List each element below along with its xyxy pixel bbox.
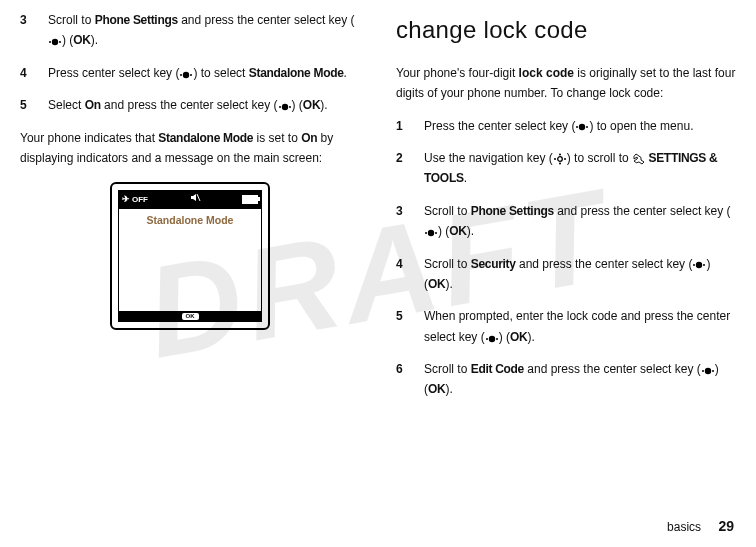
svg-point-20 [425,232,427,234]
center-select-key-icon [179,68,193,80]
phone-screen: ✈ OFF Standalone Mode OK [118,190,262,322]
svg-point-6 [281,104,287,110]
svg-point-18 [559,162,561,164]
center-select-key-icon [424,226,438,238]
svg-point-21 [435,232,437,234]
airplane-icon: ✈ [122,192,130,207]
step-text: Scroll to Phone Settings and press the c… [424,201,736,242]
security-label: Security [471,257,516,271]
svg-line-9 [197,194,200,201]
step-5-left: 5 Select On and press the center select … [20,95,360,115]
ok-label: OK [73,33,90,47]
right-column: change lock code Your phone's four-digit… [396,10,736,412]
edit-code-label: Edit Code [471,362,524,376]
center-select-key-icon [278,100,292,112]
step-text: Use the navigation key () to scroll to S… [424,148,736,189]
section-heading: change lock code [396,10,736,51]
lock-code-term: lock code [519,66,574,80]
step-text: Scroll to Phone Settings and press the c… [48,10,360,51]
step-5-right: 5 When prompted, enter the lock code and… [396,306,736,347]
center-select-key-icon [485,332,499,344]
settings-tools-icon [632,153,645,165]
step-6-right: 6 Scroll to Edit Code and press the cent… [396,359,736,400]
svg-point-11 [579,124,585,130]
svg-point-29 [702,370,704,372]
confirmation-paragraph: Your phone indicates that Standalone Mod… [20,128,360,169]
step-text: Scroll to Edit Code and press the center… [424,359,736,400]
standalone-mode-text: Standalone Mode [119,209,261,230]
step-text: Press center select key () to select Sta… [48,63,360,83]
ok-label: OK [303,98,320,112]
no-sound-icon [190,193,201,207]
svg-point-27 [496,338,498,340]
status-bar: ✈ OFF [119,191,261,208]
page-footer: basics 29 [667,515,734,539]
on-label: On [85,98,101,112]
ok-label: OK [449,224,466,238]
svg-point-8 [289,106,291,108]
left-column: 3 Scroll to Phone Settings and press the… [20,10,360,412]
battery-icon [242,195,258,204]
step-4-right: 4 Scroll to Security and press the cente… [396,254,736,295]
intro-paragraph: Your phone's four-digit lock code is ori… [396,63,736,104]
ok-label: OK [428,277,445,291]
step-3-right: 3 Scroll to Phone Settings and press the… [396,201,736,242]
on-label: On [301,131,317,145]
step-number: 3 [20,10,34,51]
phone-settings-label: Phone Settings [471,204,554,218]
step-1-right: 1 Press the center select key () to open… [396,116,736,136]
step-text: Select On and press the center select ke… [48,95,360,115]
center-select-key-icon [48,35,62,47]
step-number: 1 [396,116,410,136]
svg-point-30 [712,370,714,372]
svg-point-26 [486,338,488,340]
step-text: When prompted, enter the lock code and p… [424,306,736,347]
step-number: 4 [20,63,34,83]
svg-point-17 [559,153,561,155]
ok-label: OK [510,330,527,344]
page-number: 29 [718,518,734,534]
off-indicator: OFF [132,193,148,207]
svg-point-22 [696,262,702,268]
svg-point-4 [180,74,182,76]
svg-point-15 [554,158,556,160]
soft-key-bar: OK [119,311,261,321]
svg-point-19 [428,230,434,236]
svg-point-7 [279,106,281,108]
standalone-mode-label: Standalone Mode [158,131,253,145]
step-number: 6 [396,359,410,400]
center-select-key-icon [692,258,706,270]
svg-point-0 [52,39,58,45]
step-number: 3 [396,201,410,242]
step-number: 5 [20,95,34,115]
navigation-key-icon [553,153,567,165]
footer-section: basics [667,520,701,534]
standalone-mode-label: Standalone Mode [249,66,344,80]
step-number: 4 [396,254,410,295]
svg-point-28 [705,368,711,374]
ok-softkey: OK [182,313,199,320]
svg-point-16 [564,158,566,160]
step-3-left: 3 Scroll to Phone Settings and press the… [20,10,360,51]
svg-point-1 [49,41,51,43]
svg-point-12 [576,126,578,128]
center-select-key-icon [575,120,589,132]
step-number: 5 [396,306,410,347]
step-4-left: 4 Press center select key () to select S… [20,63,360,83]
step-number: 2 [396,148,410,189]
phone-mockup: ✈ OFF Standalone Mode OK [110,182,270,330]
step-text: Scroll to Security and press the center … [424,254,736,295]
svg-point-23 [693,264,695,266]
step-2-right: 2 Use the navigation key () to scroll to… [396,148,736,189]
center-select-key-icon [701,364,715,376]
phone-settings-label: Phone Settings [95,13,178,27]
svg-point-25 [488,335,494,341]
ok-label: OK [428,382,445,396]
step-text: Press the center select key () to open t… [424,116,736,136]
svg-point-14 [557,156,562,161]
svg-point-2 [59,41,61,43]
svg-point-3 [183,71,189,77]
